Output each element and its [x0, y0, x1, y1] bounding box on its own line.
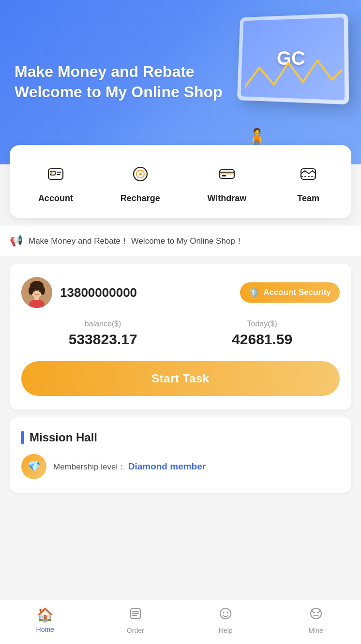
order-icon [129, 607, 142, 624]
recharge-label: Recharge [120, 193, 160, 204]
membership-row: 💎 Membership level： Diamond member [21, 454, 340, 479]
action-withdraw[interactable]: Withdraw [207, 160, 246, 204]
announcement-icon: 📢 [10, 234, 23, 247]
membership-prefix: Membership level： [53, 462, 126, 471]
svg-point-7 [139, 173, 142, 176]
balance-row: balance($) 533823.17 Today($) 42681.59 [21, 320, 340, 348]
svg-rect-12 [301, 169, 316, 179]
svg-point-18 [40, 286, 45, 295]
nav-order-label: Order [127, 627, 144, 634]
ticker-text: Make Money and Rebate！ Welcome to My Onl… [29, 235, 243, 247]
svg-rect-20 [34, 296, 39, 300]
recharge-icon [126, 160, 155, 189]
balance-value: 533823.17 [69, 331, 137, 348]
nav-home[interactable]: 🏠 Home [26, 607, 64, 634]
svg-point-17 [29, 286, 33, 295]
bottom-navigation: 🏠 Home Order Help [0, 600, 361, 644]
account-icon [41, 160, 70, 189]
svg-point-29 [227, 612, 228, 614]
team-icon [294, 160, 323, 189]
nav-home-label: Home [36, 626, 54, 633]
today-item: Today($) 42681.59 [232, 320, 292, 348]
balance-label: balance($) [69, 320, 137, 328]
action-team[interactable]: Team [294, 160, 323, 204]
home-icon: 🏠 [37, 607, 54, 623]
user-info-section: 13800000000 🛡️ Account Security balance(… [10, 263, 351, 410]
user-identity-row: 13800000000 🛡️ Account Security [21, 277, 340, 308]
nav-order[interactable]: Order [116, 607, 155, 634]
start-task-button[interactable]: Start Task [21, 361, 340, 396]
avatar [21, 277, 52, 308]
help-icon [219, 607, 232, 624]
balance-item: balance($) 533823.17 [69, 320, 137, 348]
hero-text-block: Make Money and Rebate Welcome to My Onli… [15, 62, 346, 102]
mission-hall-heading: Mission Hall [30, 431, 97, 444]
team-label: Team [297, 193, 319, 204]
account-security-badge[interactable]: 🛡️ Account Security [240, 282, 340, 303]
svg-point-27 [220, 608, 231, 619]
account-label: Account [38, 193, 73, 204]
svg-point-21 [33, 290, 35, 292]
svg-point-22 [39, 290, 41, 292]
mission-hall-title: Mission Hall [21, 431, 340, 444]
svg-rect-11 [222, 175, 226, 176]
svg-point-28 [223, 612, 225, 614]
today-label: Today($) [232, 320, 292, 328]
hero-banner: Make Money and Rebate Welcome to My Onli… [0, 0, 361, 164]
withdraw-icon [212, 160, 241, 189]
user-phone: 13800000000 [60, 285, 137, 300]
hero-title: Make Money and Rebate Welcome to My Onli… [15, 62, 346, 102]
mine-icon [309, 607, 323, 624]
nav-mine-label: Mine [309, 627, 323, 634]
action-recharge[interactable]: Recharge [120, 160, 160, 204]
mission-hall-section: Mission Hall 💎 Membership level： Diamond… [10, 417, 351, 493]
security-label: Account Security [263, 288, 331, 297]
title-bar-decoration [21, 431, 24, 444]
nav-help[interactable]: Help [206, 607, 245, 634]
action-account[interactable]: Account [38, 160, 73, 204]
quick-actions-card: Account Recharge Withdraw [10, 145, 351, 218]
nav-help-label: Help [219, 627, 233, 634]
nav-mine[interactable]: Mine [297, 607, 335, 634]
today-value: 42681.59 [232, 331, 292, 348]
shield-icon: 🛡️ [249, 287, 259, 298]
membership-level: Diamond member [128, 461, 206, 471]
user-left-group: 13800000000 [21, 277, 137, 308]
withdraw-label: Withdraw [207, 193, 246, 204]
diamond-member-icon: 💎 [21, 454, 46, 479]
announcement-ticker: 📢 Make Money and Rebate！ Welcome to My O… [0, 226, 361, 256]
svg-point-2 [50, 172, 52, 175]
svg-point-30 [311, 608, 321, 619]
